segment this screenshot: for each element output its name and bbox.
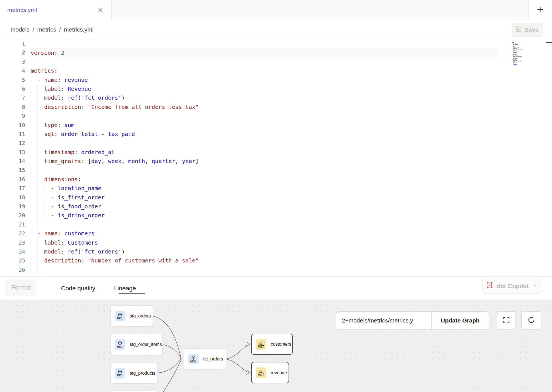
line-content[interactable]: sql: order_total - tax_paid [30, 130, 498, 138]
code-line-12[interactable]: 12 [0, 138, 552, 147]
code-line-5[interactable]: 5- name: revenue [0, 75, 552, 84]
code-line-11[interactable]: 11sql: order_total - tax_paid [0, 130, 552, 138]
code-line-16[interactable]: 16dimensions: [0, 175, 552, 184]
indent-guide [31, 184, 37, 192]
lineage-canvas[interactable]: MDLstg_ordersMDLstg_order_itemsMDLstg_pr… [0, 300, 552, 392]
format-button[interactable]: Format [6, 280, 36, 295]
code-line-20[interactable]: 20- is_drink_order [0, 211, 552, 220]
code-editor[interactable]: 12version: 234metrics:5- name: revenue6l… [0, 39, 552, 276]
close-icon[interactable] [97, 6, 104, 14]
minimap-row [512, 47, 524, 47]
code-line-18[interactable]: 18- is_first_order [0, 193, 552, 202]
line-number: 22 [0, 229, 30, 238]
line-number: 12 [0, 138, 30, 147]
code-line-4[interactable]: 4metrics: [0, 66, 552, 75]
tab-code-quality[interactable]: Code quality [53, 277, 103, 300]
line-content[interactable] [30, 57, 498, 66]
code-token: metrics [31, 67, 54, 74]
code-line-26[interactable]: 26 [0, 265, 552, 274]
new-tab-button[interactable] [528, 0, 552, 20]
line-content[interactable] [30, 166, 498, 175]
save-button[interactable]: Save [512, 23, 543, 37]
line-content[interactable]: - is_first_order [30, 193, 498, 202]
editor-scrollbar[interactable] [545, 39, 552, 276]
line-content[interactable]: version: 2 [30, 48, 498, 57]
code-line-21[interactable]: 21 [0, 220, 552, 229]
update-graph-button[interactable]: Update Graph [432, 312, 489, 329]
code-line-13[interactable]: 13timestamp: ordered_at [0, 148, 552, 157]
graph-selector-input[interactable] [336, 312, 431, 329]
line-content[interactable]: - is_drink_order [30, 211, 498, 220]
line-number: 7 [0, 93, 30, 102]
code-line-14[interactable]: 14time_grains: [day, week, month, quarte… [0, 157, 552, 166]
code-token: "Number of customers with a sale" [88, 257, 199, 264]
line-content[interactable]: description: "Income from all orders les… [30, 102, 498, 111]
code-line-6[interactable]: 6label: Revenue [0, 84, 552, 93]
code-line-9[interactable]: 9 [0, 111, 552, 120]
lineage-edge [226, 345, 247, 359]
line-content[interactable]: type: sum [30, 121, 498, 130]
line-number: 15 [0, 166, 30, 175]
line-content[interactable]: metrics: [30, 66, 498, 75]
line-content[interactable] [30, 265, 498, 274]
line-number: 25 [0, 256, 30, 265]
lineage-edge [157, 360, 180, 373]
code-line-2[interactable]: 2version: 2 [0, 48, 552, 57]
code-line-23[interactable]: 23label: Customers [0, 238, 552, 247]
line-content[interactable]: timestamp: ordered_at [30, 148, 498, 157]
code-line-17[interactable]: 17- location_name [0, 184, 552, 193]
code-token: : [ [81, 158, 91, 164]
line-content[interactable] [30, 138, 498, 147]
lineage-node-fct_orders[interactable]: MDLfct_orders [184, 348, 226, 370]
code-line-3[interactable]: 3 [0, 57, 552, 66]
code-line-1[interactable]: 1 [0, 39, 552, 48]
code-line-15[interactable]: 15 [0, 166, 552, 175]
code-line-19[interactable]: 19- is_food_order [0, 202, 552, 211]
indent-guide [37, 102, 44, 111]
tab-lineage[interactable]: Lineage [111, 277, 139, 300]
code-token: , [101, 158, 108, 164]
minimap-row [512, 57, 524, 58]
code-line-25[interactable]: 25description: "Number of customers with… [0, 256, 552, 265]
code-token: customers [64, 230, 94, 237]
code-token: , [121, 158, 128, 164]
line-content[interactable]: model: ref('fct_orders') [30, 93, 498, 102]
minimap-row [512, 62, 524, 63]
code-line-7[interactable]: 7model: ref('fct_orders') [0, 93, 552, 102]
code-line-8[interactable]: 8description: "Income from all orders le… [0, 102, 552, 111]
scrollbar-thumb[interactable] [546, 42, 552, 43]
dbt-copilot-button[interactable]: dbt Copilot [482, 279, 541, 294]
lineage-node-customers[interactable]: METcustomers [251, 334, 293, 355]
code-token: dimensions [44, 176, 78, 183]
line-content[interactable]: model: ref('fct_orders') [30, 247, 498, 256]
line-content[interactable]: label: Customers [30, 238, 498, 247]
line-content[interactable]: - is_food_order [30, 202, 498, 211]
line-content[interactable]: time_grains: [day, week, month, quarter,… [30, 157, 498, 166]
code-line-10[interactable]: 10type: sum [0, 121, 552, 130]
line-content[interactable]: dimensions: [30, 175, 498, 184]
editor-minimap[interactable] [512, 40, 524, 66]
line-content[interactable]: - name: revenue [30, 75, 498, 84]
lineage-node-partial_node[interactable] [111, 391, 158, 392]
fullscreen-button[interactable] [497, 311, 516, 330]
code-token: : [57, 230, 64, 237]
line-content[interactable] [30, 39, 498, 48]
refresh-button[interactable] [521, 311, 541, 330]
line-content[interactable]: - name: customers [30, 229, 498, 238]
lineage-node-stg_order_items[interactable]: MDLstg_order_items [111, 334, 163, 355]
code-line-24[interactable]: 24model: ref('fct_orders') [0, 247, 552, 256]
lineage-node-stg_orders[interactable]: MDLstg_orders [111, 305, 153, 327]
breadcrumb-models[interactable]: models [11, 26, 30, 33]
line-content[interactable]: description: "Number of customers with a… [30, 256, 498, 265]
bar-chart-icon: MET [256, 339, 266, 350]
tab-metrics-yml[interactable]: metrics.yml [0, 0, 112, 20]
lineage-node-revenue[interactable]: METrevenue [251, 362, 289, 383]
line-content[interactable]: - location_name [30, 184, 498, 193]
code-line-22[interactable]: 22- name: customers [0, 229, 552, 238]
lineage-node-stg_products[interactable]: MDLstg_products [111, 363, 157, 384]
indent-guide [31, 175, 37, 183]
line-content[interactable]: label: Revenue [30, 84, 498, 93]
breadcrumb-metrics[interactable]: metrics [37, 26, 56, 33]
line-content[interactable] [30, 111, 498, 120]
line-content[interactable] [30, 220, 498, 229]
